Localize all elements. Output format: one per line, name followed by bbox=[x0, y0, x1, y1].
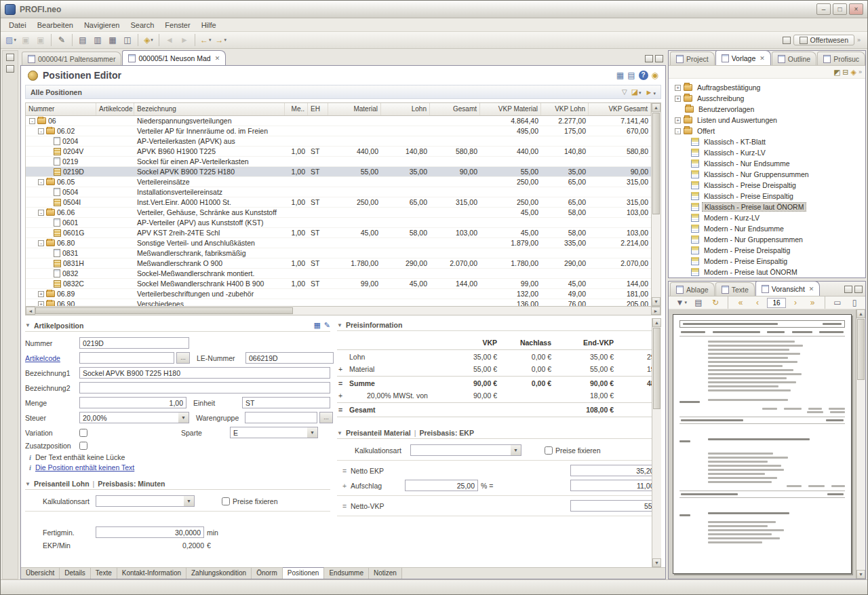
column-header[interactable]: Lohn bbox=[381, 103, 430, 115]
table-row[interactable]: 0504Installationsverteilereinsatz bbox=[26, 187, 651, 197]
steuer-dropdown-icon[interactable]: ▼ bbox=[178, 412, 189, 423]
new-wizard-icon[interactable]: ▨▾ bbox=[3, 33, 18, 47]
tree-item[interactable]: Klassisch - Preise Einspaltig bbox=[671, 191, 863, 201]
text-tool-2-icon[interactable]: ▥ bbox=[90, 33, 105, 47]
forward-icon[interactable]: →▾ bbox=[214, 33, 229, 47]
perspective-button[interactable]: Offertwesen bbox=[793, 35, 854, 45]
scrollbar-thumb[interactable] bbox=[652, 113, 660, 214]
table-row[interactable]: -06Niederspannungsverteilungen4.864,402.… bbox=[26, 116, 651, 126]
tree-item[interactable]: Benutzervorlagen bbox=[671, 104, 863, 115]
view-tab-close-icon[interactable]: ✕ bbox=[760, 55, 765, 62]
tree-item[interactable]: Modern - Preise laut ÖNORM bbox=[671, 267, 863, 277]
bottom-tab[interactable]: Önorm bbox=[252, 568, 283, 579]
kalkulationsart-lohn-dropdown-icon[interactable]: ▼ bbox=[184, 495, 195, 507]
tree-item[interactable]: Klassisch - Nur Gruppensummen bbox=[671, 169, 863, 180]
refresh-icon[interactable]: ↻ bbox=[708, 296, 723, 309]
bottom-tab[interactable]: Notizen bbox=[369, 568, 402, 579]
view-tab[interactable]: Profisuc bbox=[817, 52, 865, 65]
perspective-switcher-icon[interactable] bbox=[783, 37, 791, 44]
column-header[interactable]: Nummer bbox=[26, 103, 96, 115]
menu-item[interactable]: Navigieren bbox=[79, 20, 125, 31]
table-row[interactable]: +06.89Verteilerbeschriftungen und -zubeh… bbox=[26, 289, 651, 299]
editor-tab[interactable]: 000004/1 Paltensammer bbox=[22, 52, 121, 65]
restore-views-icon[interactable] bbox=[6, 54, 14, 61]
table-row[interactable]: -06.02Verteiler AP für Innenräume od. im… bbox=[26, 126, 651, 136]
editor-tab[interactable]: 000005/1 Neuson Mad✕ bbox=[122, 50, 226, 65]
first-page-icon[interactable]: « bbox=[733, 296, 748, 309]
aufschlag-value-input[interactable] bbox=[570, 480, 661, 491]
table-vertical-scrollbar[interactable]: ▲ ▼ bbox=[651, 103, 660, 306]
position-text-link[interactable]: Die Position enthält keinen Text bbox=[35, 463, 134, 472]
kalkulationsart-material-dropdown-icon[interactable]: ▼ bbox=[511, 444, 521, 456]
tree-expander-icon[interactable]: - bbox=[675, 128, 681, 134]
maximize-editor-icon[interactable] bbox=[655, 55, 663, 62]
minimize-editor-icon[interactable] bbox=[645, 55, 653, 62]
table-row[interactable]: 0204AP-Verteilerkasten (APVK) aus bbox=[26, 136, 651, 147]
text-tool-4-icon[interactable]: ◫ bbox=[120, 33, 135, 47]
scroll-left-icon[interactable]: ◄ bbox=[26, 307, 35, 315]
collapse-preisinfo-icon[interactable]: ▼ bbox=[337, 322, 342, 328]
artikelcode-input[interactable] bbox=[79, 352, 174, 364]
fit-width-icon[interactable]: ▭ bbox=[830, 296, 845, 309]
tree-item[interactable]: Modern - Preise Einspaltig bbox=[671, 256, 863, 267]
tree-expander-icon[interactable]: + bbox=[675, 117, 681, 123]
maximize-view-icon[interactable] bbox=[854, 286, 863, 293]
table-row[interactable]: 0219DSockel APVK B900 T225 H1801,00ST55,… bbox=[26, 167, 651, 177]
table-row[interactable]: 0601GAPV KST 2reih-24TE Schl1,00ST45,005… bbox=[26, 228, 651, 238]
tree-expander-icon[interactable]: + bbox=[675, 96, 681, 102]
tree-expander-icon[interactable]: - bbox=[38, 179, 44, 185]
kalkulationsart-material-select[interactable]: ▼ bbox=[410, 444, 521, 456]
netto-ekp-input[interactable] bbox=[570, 465, 661, 476]
einheit-input[interactable] bbox=[242, 397, 330, 408]
kalkulationsart-material-value[interactable] bbox=[410, 444, 511, 456]
menu-item[interactable]: Fenster bbox=[159, 20, 195, 31]
collapse-section-icon[interactable]: ▼ bbox=[25, 322, 31, 328]
last-page-icon[interactable]: » bbox=[805, 296, 820, 309]
fast-view-icon[interactable] bbox=[6, 65, 14, 73]
tree-expander-icon[interactable]: - bbox=[38, 240, 44, 246]
tree-expander-icon[interactable]: - bbox=[38, 210, 44, 216]
tree-item[interactable]: Modern - Kurz-LV bbox=[671, 212, 863, 223]
table-row[interactable]: 0601AP-Verteiler (APV) aus Kunststoff (K… bbox=[26, 218, 651, 228]
tree-item[interactable]: Klassisch - Preise laut ÖNORM bbox=[671, 201, 863, 212]
minimize-button[interactable]: – bbox=[816, 3, 831, 15]
forms-scrollbar-thumb[interactable] bbox=[653, 328, 660, 409]
scroll-down-icon[interactable]: ▼ bbox=[652, 297, 660, 306]
tree-expander-icon[interactable]: + bbox=[38, 291, 44, 297]
editor-tab-close-icon[interactable]: ✕ bbox=[215, 55, 220, 62]
aufschlag-pct-input[interactable] bbox=[405, 480, 478, 491]
bezeichnung1-input[interactable] bbox=[79, 367, 330, 379]
hscrollbar-thumb[interactable] bbox=[35, 307, 293, 314]
table-row[interactable]: 0832Sockel-Meßwandlerschrank montiert. bbox=[26, 269, 651, 279]
open-editor-icon[interactable]: ✎ bbox=[324, 321, 330, 330]
tree-item[interactable]: -Offert bbox=[671, 126, 863, 136]
bottom-tab[interactable]: Zahlungskondition bbox=[186, 568, 252, 579]
preview-scroll-up-icon[interactable]: ▲ bbox=[856, 309, 865, 318]
view-tab[interactable]: Texte bbox=[715, 282, 755, 296]
text-tool-3-icon[interactable]: ▦ bbox=[105, 33, 120, 47]
table-row[interactable]: -06.06Verteiler, Gehäuse, Schränke aus K… bbox=[26, 208, 651, 218]
collapse-material-section-icon[interactable]: ▼ bbox=[337, 430, 342, 436]
sparte-value[interactable] bbox=[230, 427, 307, 438]
tree-item[interactable]: Klassisch - KT-Blatt bbox=[671, 136, 863, 147]
scroll-up-icon[interactable]: ▲ bbox=[652, 103, 660, 112]
kalkulationsart-lohn-select[interactable]: ▼ bbox=[96, 495, 195, 507]
bottom-tab[interactable]: Positionen bbox=[283, 567, 325, 579]
netto-vkp-input[interactable] bbox=[570, 500, 661, 512]
forms-vertical-scrollbar[interactable]: ▲ ▼ bbox=[652, 318, 661, 567]
table-row[interactable]: 0204VAPVK B960 H1900 T2251,00ST440,00140… bbox=[26, 147, 651, 157]
zusatzposition-checkbox[interactable] bbox=[79, 442, 87, 450]
tree-item[interactable]: +Ausschreibung bbox=[671, 93, 863, 104]
run-icon[interactable]: ◈▾ bbox=[141, 33, 156, 47]
column-header[interactable]: VKP Lohn bbox=[541, 103, 589, 115]
tree-item[interactable]: Klassisch - Nur Endsumme bbox=[671, 158, 863, 169]
view-tab[interactable]: Ablage bbox=[670, 282, 715, 296]
tree-expander-icon[interactable]: + bbox=[38, 301, 44, 307]
steuer-select[interactable]: ▼ bbox=[79, 412, 189, 423]
bottom-tab[interactable]: Übersicht bbox=[21, 568, 60, 579]
table-row[interactable]: 0219Sockel für einen AP-Verteilerkasten bbox=[26, 157, 651, 167]
tree-expander-icon[interactable]: + bbox=[675, 85, 681, 91]
collapse-lohn-section-icon[interactable]: ▼ bbox=[25, 481, 31, 487]
link-with-editor-icon[interactable]: ◈ bbox=[851, 68, 856, 77]
menu-item[interactable]: Hilfe bbox=[196, 20, 222, 31]
